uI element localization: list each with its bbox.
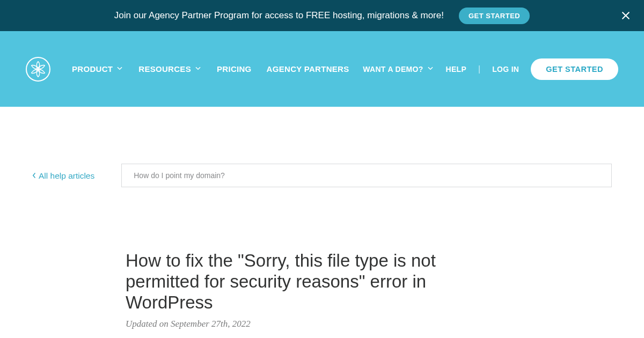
nav-resources[interactable]: RESOURCES <box>138 64 202 74</box>
close-icon[interactable] <box>620 10 631 21</box>
nav-login[interactable]: LOG IN <box>492 65 519 74</box>
nav-get-started-button[interactable]: GET STARTED <box>531 58 618 80</box>
nav-agency-partners[interactable]: AGENCY PARTNERS <box>267 64 349 74</box>
nav-product[interactable]: PRODUCT <box>72 64 123 74</box>
help-link-label: All help articles <box>39 171 94 181</box>
main-nav: PRODUCT RESOURCES PRICING AGENCY PARTNER… <box>0 31 644 107</box>
nav-divider: | <box>478 64 480 74</box>
nav-want-demo[interactable]: WANT A DEMO? <box>363 64 434 74</box>
nav-agency-label: AGENCY PARTNERS <box>267 64 349 74</box>
chevron-down-icon <box>427 64 434 74</box>
promo-bar: Join our Agency Partner Program for acce… <box>0 0 644 31</box>
nav-demo-label: WANT A DEMO? <box>363 65 423 74</box>
nav-help[interactable]: HELP <box>446 65 467 74</box>
nav-product-label: PRODUCT <box>72 64 113 74</box>
article: How to fix the "Sorry, this file type is… <box>0 187 542 338</box>
all-help-articles-link[interactable]: All help articles <box>32 171 94 181</box>
nav-login-label: LOG IN <box>492 65 519 74</box>
promo-get-started-button[interactable]: GET STARTED <box>459 8 530 24</box>
nav-help-label: HELP <box>446 65 467 74</box>
chevron-down-icon <box>194 64 202 74</box>
chevron-down-icon <box>116 64 123 74</box>
article-updated-date: Updated on September 27th, 2022 <box>126 319 510 329</box>
article-title: How to fix the "Sorry, this file type is… <box>126 251 510 313</box>
search-input[interactable] <box>121 164 612 187</box>
chevron-left-icon <box>32 171 36 181</box>
flywheel-logo[interactable] <box>26 57 50 82</box>
content-top: All help articles <box>0 107 644 187</box>
nav-resources-label: RESOURCES <box>138 64 191 74</box>
promo-text: Join our Agency Partner Program for acce… <box>114 10 444 21</box>
nav-pricing-label: PRICING <box>217 64 252 74</box>
nav-pricing[interactable]: PRICING <box>217 64 252 74</box>
